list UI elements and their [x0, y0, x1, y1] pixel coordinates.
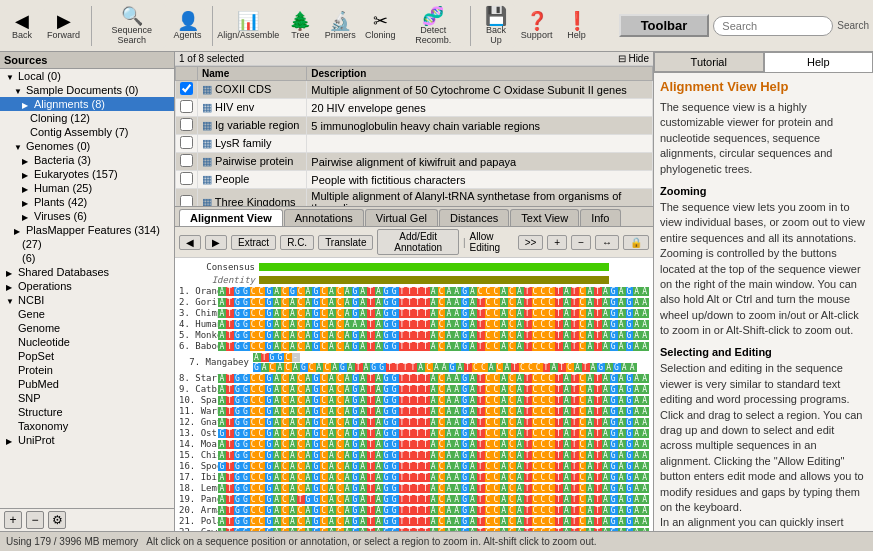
- sources-item-uniprot[interactable]: UniProt: [0, 433, 174, 447]
- tab-text-view[interactable]: Text View: [510, 209, 579, 226]
- row-checkbox-1[interactable]: [180, 100, 193, 113]
- allow-editing-check[interactable]: >>: [518, 235, 544, 250]
- sources-item-pubmed[interactable]: PubMed: [0, 377, 174, 391]
- zoom-fit-btn[interactable]: ↔: [595, 235, 619, 250]
- zoom-out-btn[interactable]: −: [571, 235, 591, 250]
- seq-bases[interactable]: ATGGCCGACACAGCACAGATAGGTTTTACAAGATCCACAT…: [218, 516, 649, 526]
- sources-item-human[interactable]: Human (25): [0, 181, 174, 195]
- table-row[interactable]: ▦ LysR family: [176, 135, 653, 153]
- sources-item-genome[interactable]: Genome: [0, 321, 174, 335]
- lock-btn[interactable]: 🔒: [623, 235, 649, 250]
- sources-item-plants[interactable]: Plants (42): [0, 195, 174, 209]
- settings-source-button[interactable]: ⚙: [48, 511, 66, 529]
- sources-item-local[interactable]: Local (0): [0, 69, 174, 83]
- remove-source-button[interactable]: −: [26, 511, 44, 529]
- forward-button[interactable]: ▶ Forward: [42, 9, 85, 43]
- table-row[interactable]: ▦ Ig variable region 5 immunoglobulin he…: [176, 117, 653, 135]
- seq-bases[interactable]: ATGGCCGACACAGCACAGATAGGTTTTACAAGATCCACAT…: [218, 527, 649, 531]
- support-button[interactable]: ❓ Support: [519, 9, 555, 43]
- sources-item-contig[interactable]: Contig Assembly (7): [0, 125, 174, 139]
- fwd-viewer-btn[interactable]: ▶: [205, 235, 227, 250]
- seq-bases[interactable]: ATGGCCGACGCAGCACAGATAGGTTTTACAAGACCCACAT…: [218, 286, 649, 296]
- agents-button[interactable]: 👤 Agents: [170, 9, 206, 43]
- back-button[interactable]: ◀ Back: [4, 9, 40, 43]
- table-row[interactable]: ▦ HIV env 20 HIV envelope genes: [176, 99, 653, 117]
- seq-search-button[interactable]: 🔍 Sequence Search: [98, 4, 166, 48]
- seq-bases[interactable]: ATGGCCGACACAGCACAGATAGGTTTTACAAGATCCACAT…: [218, 373, 649, 383]
- row-check-2[interactable]: [176, 117, 198, 135]
- row-check-5[interactable]: [176, 171, 198, 189]
- seq-bases[interactable]: ATGGCCGACACAGCACAGATAGGTTTTACAAGATCCACAT…: [218, 341, 649, 351]
- search-input[interactable]: [713, 16, 833, 36]
- hide-button[interactable]: ⊟ Hide: [618, 53, 649, 64]
- sources-item-snp[interactable]: SNP: [0, 391, 174, 405]
- table-row[interactable]: ▦ COXII CDS Multiple alignment of 50 Cyt…: [176, 81, 653, 99]
- sources-item-shareddb[interactable]: Shared Databases: [0, 265, 174, 279]
- sources-item-protein[interactable]: Protein: [0, 363, 174, 377]
- sources-item-alignments[interactable]: Alignments (8): [0, 97, 174, 111]
- cloning-button[interactable]: ✂ Cloning: [362, 9, 398, 43]
- seq-bases[interactable]: ATGGCCGACACAGCACAGATAGGTTTTACAAGATCCACAT…: [218, 450, 649, 460]
- sources-item-eukaryotes[interactable]: Eukaryotes (157): [0, 167, 174, 181]
- seq-bases[interactable]: ATGGCCGACACAGCACAGATAGGTTTTACAAGATCCACAT…: [218, 417, 649, 427]
- sources-item-operations[interactable]: Operations: [0, 279, 174, 293]
- row-check-1[interactable]: [176, 99, 198, 117]
- seq-bases[interactable]: ATGGCCGACACAGCACAGATAGGTTTTACAAGATCCACAT…: [218, 308, 649, 318]
- detect-button[interactable]: 🧬 Detect Recomb.: [402, 4, 464, 48]
- row-check-6[interactable]: [176, 189, 198, 207]
- back-viewer-btn[interactable]: ◀: [179, 235, 201, 250]
- sources-item-popset[interactable]: PopSet: [0, 349, 174, 363]
- sources-item-viruses[interactable]: Viruses (6): [0, 209, 174, 223]
- seq-bases[interactable]: ATGGCCGACACAGCACAGATAGGTTTTACAAGATCCACAT…: [218, 330, 649, 340]
- table-row[interactable]: ▦ Three Kingdoms Multiple alignment of A…: [176, 189, 653, 207]
- seq-bases[interactable]: GTGGCCGACACAGCACAGATAGGTTTTACAAGATCCACAT…: [218, 428, 649, 438]
- zoom-in-btn[interactable]: +: [547, 235, 567, 250]
- row-checkbox-0[interactable]: [180, 82, 193, 95]
- sources-item-nucleotide[interactable]: Nucleotide: [0, 335, 174, 349]
- row-checkbox-3[interactable]: [180, 136, 193, 149]
- tab-annotations[interactable]: Annotations: [284, 209, 364, 226]
- row-checkbox-6[interactable]: [180, 195, 193, 207]
- row-check-0[interactable]: [176, 81, 198, 99]
- align-button[interactable]: 📊 Align/Assemble: [218, 9, 278, 43]
- row-checkbox-2[interactable]: [180, 118, 193, 131]
- seq-bases[interactable]: ATGGCCGACATGGCACAGATAGGTTTTACAAGATCCACAT…: [218, 494, 649, 504]
- sources-item-cloning[interactable]: Cloning (12): [0, 111, 174, 125]
- add-source-button[interactable]: +: [4, 511, 22, 529]
- seq-bases[interactable]: ATGGCCGACACAGCACAGATAGGTTTTACAAGATCCACAT…: [218, 483, 649, 493]
- tree-button[interactable]: 🌲 Tree: [282, 9, 318, 43]
- help-tab-help[interactable]: Help: [764, 52, 874, 72]
- sources-item-pm2[interactable]: (6): [0, 251, 174, 265]
- tab-distances[interactable]: Distances: [439, 209, 509, 226]
- seq-bases[interactable]: ATGGCCGACACAGCACAGATAGGTTTTACAAGATCCACAT…: [218, 406, 649, 416]
- table-row[interactable]: ▦ People People with fictitious characte…: [176, 171, 653, 189]
- seq-bases[interactable]: ATGGCCGACACAGCACAGATAGGTTTTACAAGATCCACAT…: [218, 297, 649, 307]
- sources-item-structure[interactable]: Structure: [0, 405, 174, 419]
- sources-item-plasMapper[interactable]: PlasMapper Features (314): [0, 223, 174, 237]
- rc-btn[interactable]: R.C.: [280, 235, 314, 250]
- seq-bases[interactable]: ATGGCCGACACAGCACAAATAGGTTTTACAAGATCCACAT…: [218, 319, 649, 329]
- add-annotation-btn[interactable]: Add/Edit Annotation: [377, 229, 459, 255]
- seq-bases[interactable]: ATGGCCGACACAGCACAGATAGGTTTTACAAGATCCACAT…: [218, 384, 649, 394]
- seq-bases[interactable]: ATGGCCGACACAGCACAGATAGGTTTTACAAGATCCACAT…: [218, 505, 649, 515]
- row-check-3[interactable]: [176, 135, 198, 153]
- backup-button[interactable]: 💾 Back Up: [477, 4, 514, 48]
- row-check-4[interactable]: [176, 153, 198, 171]
- sources-item-bacteria[interactable]: Bacteria (3): [0, 153, 174, 167]
- help-tab-tutorial[interactable]: Tutorial: [654, 52, 764, 72]
- seq-bases[interactable]: ATGGCCGACACAGCACAGATAGGTTTTACAAGATCCACAT…: [218, 439, 649, 449]
- sources-item-ncbi[interactable]: NCBI: [0, 293, 174, 307]
- row-checkbox-4[interactable]: [180, 154, 193, 167]
- seq-bases[interactable]: ATGGCCGACACAGCACAGATAGGTTTTACAAGATCCACAT…: [218, 395, 649, 405]
- tab-alignment-view[interactable]: Alignment View: [179, 209, 283, 226]
- seq-bases[interactable]: ATGGC-GACACAGCACAGATAGGTTTTACAAGATCCACAT…: [253, 352, 649, 372]
- sources-item-pm1[interactable]: (27): [0, 237, 174, 251]
- sources-item-sample[interactable]: Sample Documents (0): [0, 83, 174, 97]
- row-checkbox-5[interactable]: [180, 172, 193, 185]
- sources-item-genomes[interactable]: Genomes (0): [0, 139, 174, 153]
- tab-info[interactable]: Info: [580, 209, 620, 226]
- sources-item-gene[interactable]: Gene: [0, 307, 174, 321]
- seq-bases[interactable]: ATGGCCGACACAGCACAGATAGGTTTTACAAGATCCACAT…: [218, 472, 649, 482]
- help-button[interactable]: ❗ Help: [559, 9, 595, 43]
- seq-bases[interactable]: GTGGCCGACACAGCACAGATAGGTTTTACAAGATCCACAT…: [218, 461, 649, 471]
